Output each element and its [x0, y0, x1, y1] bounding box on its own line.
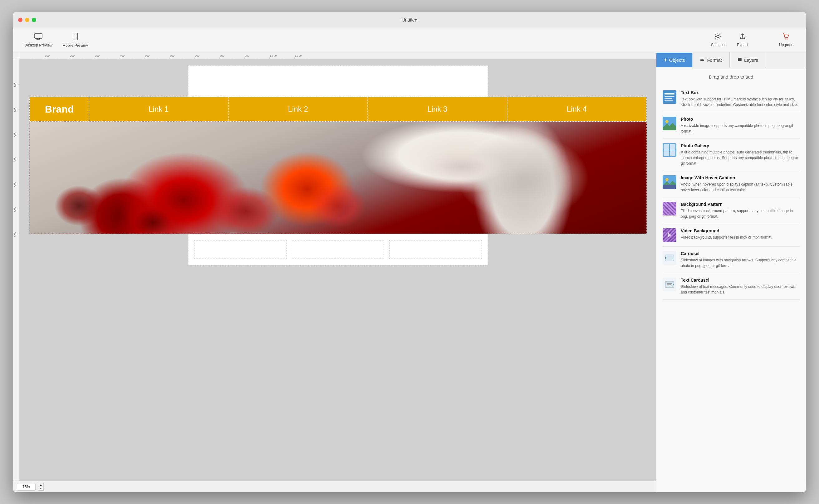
textbox-icon [663, 90, 676, 104]
svg-text:‹: ‹ [665, 255, 666, 260]
plus-icon: + [664, 57, 667, 63]
ruler-corner [13, 52, 20, 59]
inner-canvas: Brand Link 1 Link 2 Link 3 Link 4 [20, 59, 656, 481]
close-button[interactable] [18, 18, 22, 22]
panel-content: Drag and drop to add Text Box [657, 68, 806, 492]
drag-hint: Drag and drop to add [663, 74, 800, 80]
cart-icon [783, 33, 790, 41]
hover-caption-title: Image With Hover Caption [681, 175, 800, 180]
maximize-button[interactable] [32, 18, 36, 22]
hero-image[interactable] [29, 122, 647, 234]
desktop-preview-button[interactable]: Desktop Preview [19, 31, 57, 50]
svg-text:900: 900 [245, 54, 250, 57]
object-item-video-bg[interactable]: Video Background Video background, suppo… [663, 224, 800, 247]
svg-rect-70 [665, 100, 673, 101]
video-bg-info: Video Background Video background, suppo… [681, 228, 800, 240]
export-icon [739, 33, 746, 41]
mobile-preview-label: Mobile Preview [62, 43, 88, 48]
svg-rect-65 [738, 60, 742, 61]
svg-point-80 [666, 178, 669, 181]
nav-link-3[interactable]: Link 3 [368, 97, 507, 121]
nav-link-2[interactable]: Link 2 [229, 97, 368, 121]
zoom-down[interactable]: ▼ [38, 487, 44, 491]
format-icon [700, 57, 705, 63]
mobile-preview-button[interactable]: Mobile Preview [57, 30, 93, 50]
svg-text:800: 800 [220, 54, 225, 57]
hover-caption-desc: Photo, when hovered upon displays captio… [681, 182, 800, 193]
svg-rect-60 [700, 58, 705, 58]
window-controls [13, 18, 36, 22]
svg-point-5 [75, 39, 75, 39]
zoom-up[interactable]: ▲ [38, 483, 44, 487]
panel-tabs: + Objects Format [657, 52, 806, 68]
object-item-hover-caption[interactable]: Image With Hover Caption Photo, when hov… [663, 171, 800, 197]
svg-text:300: 300 [14, 133, 17, 137]
canvas-scroll[interactable]: Brand Link 1 Link 2 Link 3 Link 4 [20, 59, 656, 481]
svg-text:500: 500 [145, 54, 149, 57]
svg-text:100: 100 [14, 83, 17, 87]
bottom-col-3 [389, 240, 482, 259]
svg-rect-68 [665, 96, 675, 97]
nav-bar: Brand Link 1 Link 2 Link 3 Link 4 [29, 97, 647, 122]
hover-caption-info: Image With Hover Caption Photo, when hov… [681, 175, 800, 193]
object-item-carousel[interactable]: ‹ › Carousel Slideshow of images with na… [663, 247, 800, 273]
textbox-desc: Text box with support for HTML markup sy… [681, 96, 800, 108]
svg-rect-63 [738, 58, 742, 59]
svg-rect-61 [700, 59, 704, 60]
svg-point-72 [666, 120, 669, 123]
svg-rect-64 [738, 59, 742, 60]
settings-button[interactable]: Settings [705, 31, 731, 50]
object-item-textbox[interactable]: Text Box Text box with support for HTML … [663, 86, 800, 112]
object-item-gallery[interactable]: Photo Gallery A grid containing multiple… [663, 139, 800, 171]
export-button[interactable]: Export [731, 31, 754, 50]
bottom-col-1 [194, 240, 287, 259]
tab-objects-label: Objects [669, 57, 685, 63]
bg-pattern-icon [663, 202, 676, 216]
bg-pattern-desc: Tiled canvas background pattern, support… [681, 208, 800, 219]
text-carousel-title: Text Carousel [681, 278, 800, 283]
textbox-info: Text Box Text box with support for HTML … [681, 90, 800, 108]
upgrade-button[interactable]: Upgrade [773, 31, 800, 50]
svg-point-7 [717, 35, 719, 38]
bg-pattern-title: Background Pattern [681, 202, 800, 207]
photo-info: Photo A resizable image, supports any co… [681, 117, 800, 134]
tab-layers[interactable]: Layers [730, 52, 766, 68]
canvas-area: 100 200 300 400 500 600 700 [13, 52, 656, 492]
svg-text:›: › [672, 255, 674, 260]
zoom-stepper[interactable]: ▲ ▼ [38, 483, 44, 491]
ruler-vertical: 100 200 300 400 500 600 700 [13, 59, 20, 481]
bottom-section [188, 234, 488, 265]
photo-title: Photo [681, 117, 800, 122]
svg-rect-77 [664, 150, 669, 156]
object-item-bg-pattern[interactable]: Background Pattern Tiled canvas backgrou… [663, 197, 800, 224]
minimize-button[interactable] [25, 18, 29, 22]
hover-caption-icon [663, 175, 676, 189]
ruler-horizontal: 100 200 300 400 500 600 700 [20, 52, 656, 59]
photo-icon [663, 117, 676, 130]
nav-link-1[interactable]: Link 1 [89, 97, 229, 121]
nav-link-4[interactable]: Link 4 [507, 97, 647, 121]
video-bg-desc: Video background, supports files in mov … [681, 235, 800, 240]
carousel-desc: Slideshow of images with navigation arro… [681, 257, 800, 269]
zoom-input[interactable] [17, 483, 36, 491]
export-label: Export [737, 43, 748, 47]
svg-text:400: 400 [120, 54, 124, 57]
tab-objects[interactable]: + Objects [657, 53, 693, 68]
mobile-icon [73, 33, 78, 42]
nav-brand[interactable]: Brand [30, 97, 89, 121]
text-carousel-info: Text Carousel Slideshow of text messages… [681, 278, 800, 295]
layers-icon [737, 57, 742, 63]
object-item-photo[interactable]: Photo A resizable image, supports any co… [663, 112, 800, 139]
video-bg-title: Video Background [681, 228, 800, 233]
svg-text:200: 200 [14, 108, 17, 112]
bottom-col-2 [292, 240, 385, 259]
gallery-title: Photo Gallery [681, 143, 800, 148]
svg-text:700: 700 [195, 54, 199, 57]
text-carousel-desc: Slideshow of text messages. Commonly use… [681, 284, 800, 295]
svg-point-8 [785, 39, 786, 40]
object-item-text-carousel[interactable]: ‹ › Text Carousel Slideshow of text mess… [663, 273, 800, 300]
upgrade-label: Upgrade [779, 43, 793, 47]
gallery-desc: A grid containing multiple photos, auto … [681, 149, 800, 166]
toolbar: Desktop Preview Mobile Preview Settings [13, 28, 806, 52]
tab-format[interactable]: Format [693, 52, 730, 68]
